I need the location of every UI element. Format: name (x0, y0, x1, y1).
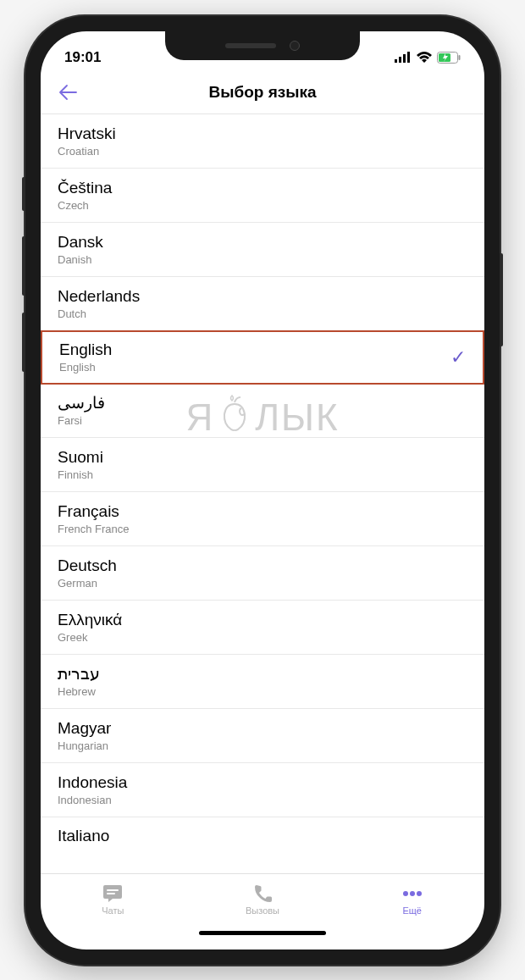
list-item[interactable]: Italiano (41, 817, 484, 846)
list-item[interactable]: Hrvatski Croatian (41, 114, 484, 169)
svg-rect-8 (107, 893, 115, 894)
list-item[interactable]: Indonesia Indonesian (41, 763, 484, 817)
list-item[interactable]: Suomi Finnish (41, 438, 484, 492)
volume-up-button (22, 236, 25, 296)
language-english-label: Finnish (58, 468, 103, 481)
language-native-label: Hrvatski (58, 125, 116, 143)
language-native-label: Indonesia (58, 773, 127, 792)
tab-bar: Чаты Вызовы Ещё (41, 873, 484, 926)
notch (165, 31, 360, 60)
list-item[interactable]: Čeština Czech (41, 169, 484, 223)
language-english-label: Indonesian (58, 794, 127, 806)
svg-point-10 (410, 891, 415, 896)
svg-rect-6 (459, 55, 461, 60)
language-native-label: فارسى (58, 393, 105, 412)
wifi-icon (417, 52, 432, 63)
tab-calls[interactable]: Вызовы (246, 883, 279, 916)
checkmark-icon: ✓ (450, 346, 466, 368)
list-item[interactable]: فارسى Farsi (41, 384, 484, 438)
phone-icon (251, 883, 274, 904)
svg-rect-2 (403, 54, 406, 63)
language-english-label: Croatian (58, 145, 116, 158)
list-item[interactable]: Deutsch German (41, 546, 484, 601)
language-native-label: Suomi (58, 448, 103, 467)
volume-down-button (22, 313, 25, 372)
cellular-signal-icon (395, 52, 412, 63)
tab-more[interactable]: Ещё (401, 883, 424, 916)
status-time: 19:01 (64, 49, 101, 65)
language-native-label: Magyar (58, 719, 111, 738)
language-native-label: Italiano (58, 827, 109, 845)
language-english-label: Czech (58, 199, 112, 212)
language-english-label: English (59, 361, 112, 374)
list-item[interactable]: עברית Hebrew (41, 655, 484, 709)
list-item[interactable]: Dansk Danish (41, 223, 484, 277)
list-item[interactable]: Magyar Hungarian (41, 709, 484, 763)
more-icon (401, 883, 424, 904)
svg-rect-0 (395, 59, 397, 63)
language-english-label: Hebrew (58, 685, 100, 698)
svg-point-11 (417, 891, 422, 896)
nav-header: Выбор языка (41, 72, 484, 114)
language-native-label: Čeština (58, 179, 112, 197)
svg-rect-3 (407, 52, 410, 63)
battery-icon (437, 52, 461, 64)
speaker (225, 43, 276, 48)
svg-rect-7 (107, 889, 119, 891)
language-list[interactable]: Я ЛЫК Hrvatski Croatian Čeština Czech (41, 114, 484, 873)
list-item-selected[interactable]: English English ✓ (41, 330, 484, 385)
language-english-label: French France (58, 523, 130, 535)
language-english-label: Greek (58, 631, 122, 644)
language-english-label: German (58, 577, 117, 590)
language-native-label: עברית (58, 664, 100, 684)
svg-rect-1 (399, 57, 401, 63)
language-native-label: Français (58, 502, 130, 521)
tab-more-label: Ещё (402, 905, 422, 916)
language-native-label: Deutsch (58, 556, 117, 575)
tab-chats-label: Чаты (102, 905, 124, 916)
mute-switch (22, 177, 25, 211)
language-native-label: Ελληνικά (58, 611, 122, 629)
language-english-label: Dutch (58, 307, 140, 320)
tab-calls-label: Вызовы (246, 905, 279, 916)
phone-frame: 19:01 Выбор языка Я (25, 16, 500, 965)
chat-icon (101, 883, 124, 904)
power-button (500, 253, 503, 346)
language-native-label: English (59, 341, 112, 359)
back-arrow-icon (58, 84, 77, 101)
svg-point-9 (403, 891, 408, 896)
back-button[interactable] (56, 80, 80, 104)
language-english-label: Farsi (58, 414, 105, 427)
list-item[interactable]: Nederlands Dutch (41, 277, 484, 331)
front-camera (290, 41, 300, 51)
language-native-label: Nederlands (58, 287, 140, 306)
home-indicator-area (41, 926, 484, 950)
tab-chats[interactable]: Чаты (101, 883, 124, 916)
list-item[interactable]: Ελληνικά Greek (41, 601, 484, 655)
language-english-label: Hungarian (58, 739, 111, 752)
language-english-label: Danish (58, 253, 103, 266)
home-indicator[interactable] (199, 931, 326, 935)
screen: 19:01 Выбор языка Я (41, 31, 484, 950)
language-native-label: Dansk (58, 233, 103, 252)
page-title: Выбор языка (41, 83, 484, 102)
list-item[interactable]: Français French France (41, 492, 484, 546)
